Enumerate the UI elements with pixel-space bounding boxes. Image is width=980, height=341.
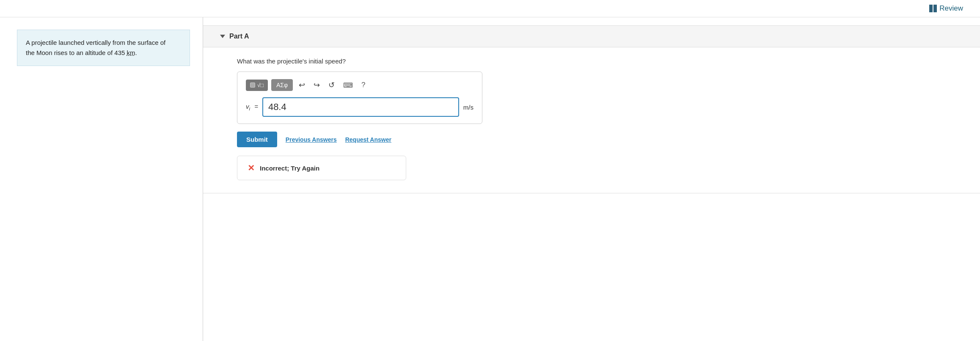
review-icon bbox=[929, 5, 937, 12]
equation-lhs: vi = bbox=[246, 103, 258, 111]
problem-text-2: the Moon rises to an altitude of 435 bbox=[26, 49, 125, 56]
math-template-button[interactable]: √□ bbox=[246, 80, 268, 91]
review-button[interactable]: Review bbox=[929, 4, 963, 13]
part-content: What was the projectile's initial speed?… bbox=[203, 47, 980, 193]
unit-km: km bbox=[127, 49, 135, 56]
feedback-box: ✕ Incorrect; Try Again bbox=[237, 156, 406, 180]
incorrect-icon: ✕ bbox=[248, 163, 255, 173]
undo-button[interactable]: ↩ bbox=[296, 79, 308, 91]
help-button[interactable]: ? bbox=[359, 79, 368, 91]
part-section: Part A What was the projectile's initial… bbox=[203, 25, 980, 193]
redo-icon: ↪ bbox=[314, 81, 320, 89]
math-box-icon bbox=[250, 82, 255, 88]
top-bar: Review bbox=[0, 0, 980, 17]
math-input-container: √□ ΑΣφ ↩ ↪ ↺ ⌨ bbox=[237, 72, 482, 124]
answer-input[interactable] bbox=[262, 97, 459, 117]
review-label: Review bbox=[939, 4, 963, 13]
action-row: Submit Previous Answers Request Answer bbox=[237, 132, 955, 147]
previous-answers-button[interactable]: Previous Answers bbox=[286, 136, 337, 143]
help-icon: ? bbox=[361, 81, 365, 89]
refresh-button[interactable]: ↺ bbox=[326, 79, 337, 91]
unit-label: m/s bbox=[463, 104, 473, 111]
collapse-chevron-icon[interactable] bbox=[220, 35, 225, 38]
request-answer-button[interactable]: Request Answer bbox=[345, 136, 391, 143]
greek-symbols-button[interactable]: ΑΣφ bbox=[271, 79, 293, 91]
keyboard-icon: ⌨ bbox=[343, 82, 353, 89]
incorrect-message: Incorrect; Try Again bbox=[260, 165, 319, 172]
equation-row: vi = m/s bbox=[246, 97, 473, 117]
problem-period: . bbox=[135, 49, 137, 56]
page-wrapper: A projectile launched vertically from th… bbox=[0, 0, 980, 341]
problem-box: A projectile launched vertically from th… bbox=[17, 30, 190, 66]
part-header: Part A bbox=[203, 26, 980, 47]
left-panel: A projectile launched vertically from th… bbox=[0, 0, 203, 341]
undo-icon: ↩ bbox=[299, 81, 305, 89]
part-label: Part A bbox=[229, 33, 249, 40]
sqrt-symbol: √□ bbox=[257, 82, 264, 88]
question-text: What was the projectile's initial speed? bbox=[237, 58, 955, 65]
problem-text-1: A projectile launched vertically from th… bbox=[26, 39, 165, 46]
right-panel: Part A What was the projectile's initial… bbox=[203, 0, 980, 341]
keyboard-button[interactable]: ⌨ bbox=[341, 80, 355, 91]
submit-button[interactable]: Submit bbox=[237, 132, 277, 147]
redo-button[interactable]: ↪ bbox=[311, 79, 322, 91]
math-toolbar: √□ ΑΣφ ↩ ↪ ↺ ⌨ bbox=[246, 79, 473, 91]
refresh-icon: ↺ bbox=[328, 81, 335, 89]
